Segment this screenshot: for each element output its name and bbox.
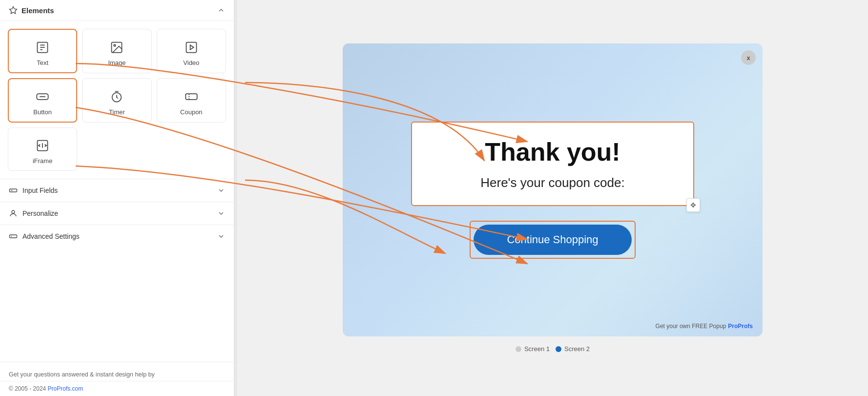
popup-text-move-handle[interactable]: ✥ <box>686 198 700 212</box>
advanced-settings-chevron <box>217 232 225 240</box>
popup-footer-brand: ProProfs <box>728 323 753 330</box>
element-card-text[interactable]: Text <box>8 29 77 73</box>
panel-header: Elements <box>0 0 234 21</box>
svg-marker-0 <box>10 7 17 14</box>
popup-footer-text: Get your own FREE Popup <box>656 323 726 330</box>
advanced-settings-section[interactable]: Advanced Settings <box>0 225 234 248</box>
elements-grid: Text Image Video <box>0 21 234 179</box>
image-element-icon <box>108 39 125 56</box>
video-element-icon <box>183 39 200 56</box>
coupon-element-icon <box>183 88 200 105</box>
footer-help-text: Get your questions answered & instant de… <box>9 371 155 378</box>
personalize-label: Personalize <box>22 209 58 217</box>
svg-marker-8 <box>190 45 193 49</box>
svg-rect-20 <box>10 235 17 238</box>
screen2-dot-circle <box>556 346 561 352</box>
screen1-dot[interactable]: Screen 1 <box>516 345 550 353</box>
text-element-label: Text <box>37 59 48 66</box>
iframe-element-label: iFrame <box>33 157 52 165</box>
image-element-label: Image <box>108 59 125 66</box>
popup-coupon-text: Here's your coupon code: <box>436 175 669 190</box>
screen2-label: Screen 2 <box>564 345 590 353</box>
input-fields-icon <box>9 186 18 195</box>
svg-rect-13 <box>186 94 197 100</box>
personalize-section[interactable]: Personalize <box>0 202 234 225</box>
personalize-chevron <box>217 209 225 217</box>
button-element-label: Button <box>33 108 52 116</box>
input-fields-section[interactable]: Input Fields <box>0 179 234 202</box>
collapse-icon[interactable] <box>217 6 225 14</box>
elements-icon <box>9 6 18 15</box>
popup-button-box: Continue Shopping <box>470 221 636 259</box>
canvas-area: x Thank you! Here's your coupon code: ✥ … <box>237 0 868 396</box>
text-element-icon <box>34 39 51 56</box>
popup-thank-you-text: Thank you! <box>436 137 669 167</box>
svg-point-6 <box>114 44 116 46</box>
continue-shopping-button[interactable]: Continue Shopping <box>474 225 632 255</box>
svg-point-19 <box>12 210 15 213</box>
iframe-element-icon <box>34 137 51 154</box>
screen1-dot-circle <box>516 346 521 352</box>
copyright-bar: © 2005 - 2024 ProProfs.com <box>0 381 234 396</box>
element-card-iframe[interactable]: iFrame <box>8 127 77 171</box>
copyright-text: © 2005 - 2024 <box>9 385 46 392</box>
popup-text-box: Thank you! Here's your coupon code: ✥ <box>411 122 694 206</box>
popup-footer: Get your own FREE Popup ProProfs <box>656 323 753 330</box>
left-panel: Elements Text <box>0 0 234 396</box>
popup-preview: x Thank you! Here's your coupon code: ✥ … <box>343 43 763 336</box>
panel-header-left: Elements <box>9 6 54 15</box>
advanced-settings-label: Advanced Settings <box>22 232 80 240</box>
element-card-timer[interactable]: Timer <box>82 78 151 123</box>
advanced-settings-icon <box>9 232 18 241</box>
panel-title: Elements <box>21 6 54 15</box>
video-element-label: Video <box>183 59 199 66</box>
screen1-label: Screen 1 <box>524 345 550 353</box>
screen2-dot[interactable]: Screen 2 <box>556 345 590 353</box>
personalize-icon <box>9 209 18 218</box>
popup-close-button[interactable]: x <box>741 50 756 65</box>
button-element-icon <box>34 88 51 105</box>
svg-rect-17 <box>10 189 17 192</box>
element-card-video[interactable]: Video <box>157 29 226 73</box>
svg-rect-7 <box>186 42 196 53</box>
copyright-link[interactable]: ProProfs.com <box>48 385 83 392</box>
element-card-coupon[interactable]: Coupon <box>157 78 226 123</box>
coupon-element-label: Coupon <box>180 108 203 116</box>
element-card-button[interactable]: Button <box>8 78 77 123</box>
input-fields-chevron <box>217 187 225 194</box>
screen-indicator: Screen 1 Screen 2 <box>516 345 590 353</box>
timer-element-label: Timer <box>109 108 125 116</box>
input-fields-label: Input Fields <box>22 187 58 194</box>
timer-element-icon <box>108 88 125 105</box>
element-card-image[interactable]: Image <box>82 29 151 73</box>
